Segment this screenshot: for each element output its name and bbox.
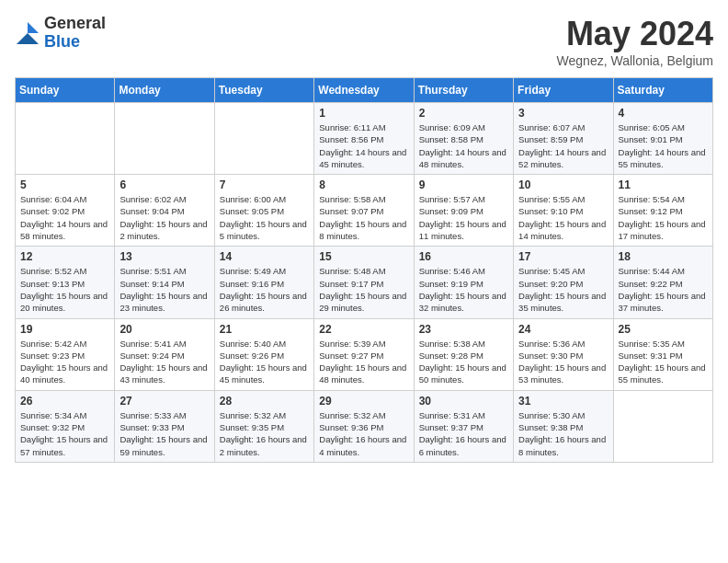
calendar-cell: 26Sunrise: 5:34 AM Sunset: 9:32 PM Dayli… (16, 390, 115, 462)
day-number: 2 (419, 107, 508, 120)
day-info: Sunrise: 5:33 AM Sunset: 9:33 PM Dayligh… (119, 409, 209, 458)
day-info: Sunrise: 6:11 AM Sunset: 8:56 PM Dayligh… (319, 121, 408, 170)
day-number: 21 (220, 323, 309, 336)
calendar-cell: 22Sunrise: 5:39 AM Sunset: 9:27 PM Dayli… (314, 318, 414, 390)
day-number: 14 (220, 250, 309, 263)
day-number: 18 (619, 250, 708, 263)
calendar-body: 1Sunrise: 6:11 AM Sunset: 8:56 PM Daylig… (16, 103, 713, 463)
day-info: Sunrise: 5:39 AM Sunset: 9:27 PM Dayligh… (319, 338, 408, 386)
day-info: Sunrise: 5:32 AM Sunset: 9:36 PM Dayligh… (319, 409, 408, 458)
calendar-cell: 11Sunrise: 5:54 AM Sunset: 9:12 PM Dayli… (613, 175, 712, 247)
calendar-cell: 3Sunrise: 6:07 AM Sunset: 8:59 PM Daylig… (514, 103, 613, 175)
day-number: 23 (419, 323, 508, 336)
calendar-cell: 24Sunrise: 5:36 AM Sunset: 9:30 PM Dayli… (514, 318, 613, 390)
calendar-cell: 12Sunrise: 5:52 AM Sunset: 9:13 PM Dayli… (16, 247, 115, 318)
day-number: 3 (518, 107, 608, 120)
day-number: 29 (319, 395, 408, 408)
weekday-header-wednesday: Wednesday (314, 78, 414, 103)
calendar-cell: 2Sunrise: 6:09 AM Sunset: 8:58 PM Daylig… (414, 103, 513, 175)
calendar-cell: 5Sunrise: 6:04 AM Sunset: 9:02 PM Daylig… (16, 175, 115, 247)
day-info: Sunrise: 6:05 AM Sunset: 9:01 PM Dayligh… (619, 121, 708, 170)
day-number: 7 (220, 178, 309, 191)
day-number: 5 (20, 178, 109, 191)
logo-text: General Blue (44, 15, 106, 52)
day-number: 31 (518, 395, 608, 408)
day-number: 4 (619, 107, 708, 120)
calendar-cell: 15Sunrise: 5:48 AM Sunset: 9:17 PM Dayli… (314, 247, 414, 318)
day-info: Sunrise: 5:58 AM Sunset: 9:07 PM Dayligh… (319, 193, 408, 242)
day-number: 22 (319, 323, 408, 336)
day-number: 24 (518, 323, 608, 336)
day-info: Sunrise: 5:52 AM Sunset: 9:13 PM Dayligh… (20, 265, 109, 314)
day-number: 13 (119, 250, 209, 263)
day-number: 8 (319, 178, 408, 191)
calendar-week-row: 12Sunrise: 5:52 AM Sunset: 9:13 PM Dayli… (16, 247, 713, 318)
day-info: Sunrise: 5:48 AM Sunset: 9:17 PM Dayligh… (319, 265, 408, 314)
weekday-header-row: SundayMondayTuesdayWednesdayThursdayFrid… (16, 78, 713, 103)
day-number: 28 (220, 395, 309, 408)
day-info: Sunrise: 5:57 AM Sunset: 9:09 PM Dayligh… (419, 193, 508, 242)
calendar-cell (16, 103, 115, 175)
day-info: Sunrise: 6:07 AM Sunset: 8:59 PM Dayligh… (518, 121, 608, 170)
calendar-cell: 20Sunrise: 5:41 AM Sunset: 9:24 PM Dayli… (115, 318, 214, 390)
logo-blue: Blue (44, 33, 106, 52)
month-year-title: May 2024 (557, 15, 713, 53)
day-number: 19 (20, 323, 109, 336)
day-number: 1 (319, 107, 408, 120)
logo-general: General (44, 15, 106, 33)
calendar-cell: 21Sunrise: 5:40 AM Sunset: 9:26 PM Dayli… (214, 318, 313, 390)
calendar-cell: 18Sunrise: 5:44 AM Sunset: 9:22 PM Dayli… (613, 247, 712, 318)
calendar-cell: 16Sunrise: 5:46 AM Sunset: 9:19 PM Dayli… (414, 247, 513, 318)
day-number: 27 (119, 395, 209, 408)
calendar-cell: 23Sunrise: 5:38 AM Sunset: 9:28 PM Dayli… (414, 318, 513, 390)
weekday-header-friday: Friday (514, 78, 613, 103)
day-info: Sunrise: 5:32 AM Sunset: 9:35 PM Dayligh… (220, 409, 309, 458)
day-number: 30 (419, 395, 508, 408)
calendar-cell: 29Sunrise: 5:32 AM Sunset: 9:36 PM Dayli… (314, 390, 414, 462)
weekday-header-saturday: Saturday (613, 78, 712, 103)
calendar-cell: 17Sunrise: 5:45 AM Sunset: 9:20 PM Dayli… (514, 247, 613, 318)
calendar-week-row: 5Sunrise: 6:04 AM Sunset: 9:02 PM Daylig… (16, 175, 713, 247)
calendar-cell: 27Sunrise: 5:33 AM Sunset: 9:33 PM Dayli… (115, 390, 214, 462)
day-info: Sunrise: 5:30 AM Sunset: 9:38 PM Dayligh… (518, 409, 608, 458)
weekday-header-thursday: Thursday (414, 78, 513, 103)
day-number: 11 (619, 178, 708, 191)
day-number: 20 (119, 323, 209, 336)
calendar-cell (613, 390, 712, 462)
calendar-week-row: 26Sunrise: 5:34 AM Sunset: 9:32 PM Dayli… (16, 390, 713, 462)
calendar-cell: 19Sunrise: 5:42 AM Sunset: 9:23 PM Dayli… (16, 318, 115, 390)
day-number: 6 (119, 178, 209, 191)
location-subtitle: Wegnez, Wallonia, Belgium (557, 53, 713, 68)
logo-icon (15, 20, 40, 46)
weekday-header-tuesday: Tuesday (214, 78, 313, 103)
calendar-cell: 28Sunrise: 5:32 AM Sunset: 9:35 PM Dayli… (214, 390, 313, 462)
day-info: Sunrise: 5:40 AM Sunset: 9:26 PM Dayligh… (220, 338, 309, 386)
calendar-cell: 30Sunrise: 5:31 AM Sunset: 9:37 PM Dayli… (414, 390, 513, 462)
page-header: General Blue May 2024 Wegnez, Wallonia, … (15, 15, 713, 68)
calendar-cell (115, 103, 214, 175)
calendar-cell: 8Sunrise: 5:58 AM Sunset: 9:07 PM Daylig… (314, 175, 414, 247)
day-info: Sunrise: 5:51 AM Sunset: 9:14 PM Dayligh… (119, 265, 209, 314)
weekday-header-sunday: Sunday (16, 78, 115, 103)
calendar-cell: 4Sunrise: 6:05 AM Sunset: 9:01 PM Daylig… (613, 103, 712, 175)
calendar-cell: 14Sunrise: 5:49 AM Sunset: 9:16 PM Dayli… (214, 247, 313, 318)
calendar-table: SundayMondayTuesdayWednesdayThursdayFrid… (15, 77, 713, 463)
day-info: Sunrise: 5:55 AM Sunset: 9:10 PM Dayligh… (518, 193, 608, 242)
svg-marker-1 (17, 33, 39, 44)
day-info: Sunrise: 6:00 AM Sunset: 9:05 PM Dayligh… (220, 193, 309, 242)
day-info: Sunrise: 5:41 AM Sunset: 9:24 PM Dayligh… (119, 338, 209, 386)
calendar-header: SundayMondayTuesdayWednesdayThursdayFrid… (16, 78, 713, 103)
day-info: Sunrise: 5:46 AM Sunset: 9:19 PM Dayligh… (419, 265, 508, 314)
day-number: 9 (419, 178, 508, 191)
day-info: Sunrise: 5:44 AM Sunset: 9:22 PM Dayligh… (619, 265, 708, 314)
calendar-cell: 7Sunrise: 6:00 AM Sunset: 9:05 PM Daylig… (214, 175, 313, 247)
calendar-cell: 6Sunrise: 6:02 AM Sunset: 9:04 PM Daylig… (115, 175, 214, 247)
day-number: 25 (619, 323, 708, 336)
day-info: Sunrise: 5:54 AM Sunset: 9:12 PM Dayligh… (619, 193, 708, 242)
day-info: Sunrise: 5:36 AM Sunset: 9:30 PM Dayligh… (518, 338, 608, 386)
day-info: Sunrise: 6:04 AM Sunset: 9:02 PM Dayligh… (20, 193, 109, 242)
day-info: Sunrise: 5:49 AM Sunset: 9:16 PM Dayligh… (220, 265, 309, 314)
svg-marker-0 (28, 22, 39, 33)
day-number: 12 (20, 250, 109, 263)
calendar-cell: 10Sunrise: 5:55 AM Sunset: 9:10 PM Dayli… (514, 175, 613, 247)
